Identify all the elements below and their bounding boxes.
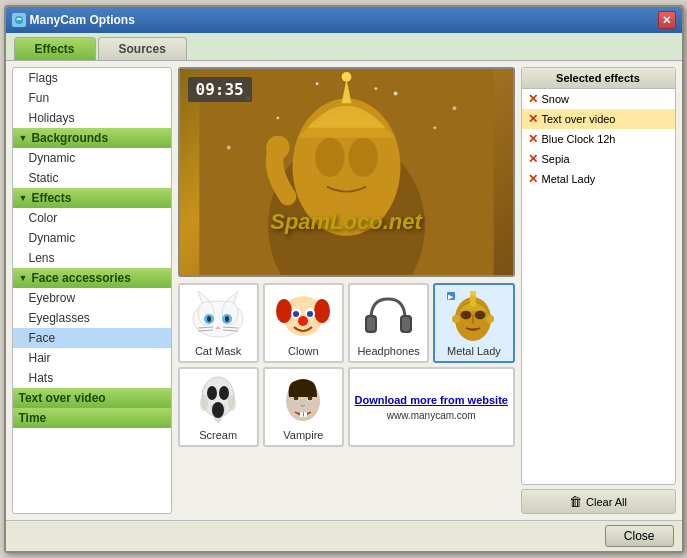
svg-point-56 xyxy=(212,402,224,418)
effect-remove-text_over_video[interactable]: ✕ xyxy=(528,112,538,126)
sidebar-item-static[interactable]: Static xyxy=(13,168,171,188)
effect-label-metal_lady: Metal Lady xyxy=(542,173,596,185)
left-panel: Flags Fun Holidays ▼ Backgrounds Dynamic… xyxy=(12,67,172,514)
scream-svg xyxy=(196,375,241,425)
grid-item-cat-mask[interactable]: Cat Mask xyxy=(178,283,259,363)
window-close-button[interactable]: ✕ xyxy=(658,11,676,29)
sidebar-item-eyebrow[interactable]: Eyebrow xyxy=(13,288,171,308)
svg-point-58 xyxy=(228,395,236,411)
clear-all-label: Clear All xyxy=(586,496,627,508)
sidebar-item-flags[interactable]: Flags xyxy=(13,68,171,88)
main-content: Flags Fun Holidays ▼ Backgrounds Dynamic… xyxy=(6,61,682,520)
svg-point-12 xyxy=(433,126,436,129)
scream-image xyxy=(183,372,253,427)
metal-lady-image: ▶ xyxy=(439,288,509,343)
arrow-icon-3: ▼ xyxy=(19,273,28,283)
sidebar-item-lens[interactable]: Lens xyxy=(13,248,171,268)
sidebar-section-face-accessories-label: Face accessories xyxy=(31,271,130,285)
svg-point-24 xyxy=(207,316,211,322)
selected-effects-box: Selected effects ✕Snow✕Text over video✕B… xyxy=(521,67,676,485)
svg-point-54 xyxy=(207,386,217,400)
face-accessories-grid: Cat Mask xyxy=(178,283,515,447)
svg-point-7 xyxy=(341,72,351,82)
svg-point-10 xyxy=(276,117,279,120)
scream-label: Scream xyxy=(197,429,239,441)
sidebar-item-eyeglasses[interactable]: Eyeglasses xyxy=(13,308,171,328)
download-link-label[interactable]: Download more from website xyxy=(355,394,508,406)
effect-item-sepia: ✕Sepia xyxy=(522,149,675,169)
sidebar-scroll[interactable]: Flags Fun Holidays ▼ Backgrounds Dynamic… xyxy=(13,68,171,513)
tab-sources[interactable]: Sources xyxy=(98,37,187,60)
svg-point-55 xyxy=(219,386,229,400)
effect-remove-snow[interactable]: ✕ xyxy=(528,92,538,106)
download-more-item[interactable]: Download more from website www.manycam.c… xyxy=(348,367,515,447)
titlebar: ManyCam Options ✕ xyxy=(6,7,682,33)
sidebar-section-time[interactable]: Time xyxy=(13,408,171,428)
headphones-image xyxy=(354,288,424,343)
svg-point-36 xyxy=(293,311,299,317)
svg-point-15 xyxy=(315,82,318,85)
svg-point-13 xyxy=(226,146,230,150)
grid-item-vampire[interactable]: Vampire xyxy=(263,367,344,447)
svg-point-38 xyxy=(298,316,308,326)
center-panel: 09:35 SpamLoco.net xyxy=(178,67,515,514)
svg-point-14 xyxy=(452,106,456,110)
effect-label-text_over_video: Text over video xyxy=(542,113,616,125)
effect-label-sepia: Sepia xyxy=(542,153,570,165)
svg-point-47 xyxy=(475,311,485,319)
arrow-icon-2: ▼ xyxy=(19,193,28,203)
trash-icon: 🗑 xyxy=(569,494,582,509)
titlebar-left: ManyCam Options xyxy=(12,13,135,27)
sidebar-section-effects-label: Effects xyxy=(31,191,71,205)
svg-point-33 xyxy=(314,299,330,323)
svg-point-46 xyxy=(461,311,471,319)
effect-label-snow: Snow xyxy=(542,93,570,105)
sidebar-section-tov-label: Text over video xyxy=(19,391,106,405)
effect-remove-blue_clock[interactable]: ✕ xyxy=(528,132,538,146)
svg-point-57 xyxy=(200,395,208,411)
sidebar-item-hats[interactable]: Hats xyxy=(13,368,171,388)
sidebar-section-face-accessories[interactable]: ▼ Face accessories xyxy=(13,268,171,288)
svg-marker-20 xyxy=(198,291,210,303)
effect-item-metal_lady: ✕Metal Lady xyxy=(522,169,675,189)
sidebar-item-face[interactable]: Face xyxy=(13,328,171,348)
svg-point-37 xyxy=(307,311,313,317)
tab-effects[interactable]: Effects xyxy=(14,37,96,60)
effect-item-snow: ✕Snow xyxy=(522,89,675,109)
sidebar-item-dynamic2[interactable]: Dynamic xyxy=(13,228,171,248)
vampire-svg xyxy=(281,375,326,425)
sidebar-section-text-over-video[interactable]: Text over video xyxy=(13,388,171,408)
sidebar-section-backgrounds[interactable]: ▼ Backgrounds xyxy=(13,128,171,148)
headphones-svg xyxy=(361,291,416,341)
sidebar-item-dynamic[interactable]: Dynamic xyxy=(13,148,171,168)
grid-item-scream[interactable]: Scream xyxy=(178,367,259,447)
sidebar-item-hair[interactable]: Hair xyxy=(13,348,171,368)
svg-point-5 xyxy=(348,138,377,177)
sidebar-item-color[interactable]: Color xyxy=(13,208,171,228)
clear-all-button[interactable]: 🗑 Clear All xyxy=(521,489,676,514)
svg-point-4 xyxy=(315,138,344,177)
svg-point-50 xyxy=(486,315,494,323)
svg-rect-42 xyxy=(402,317,410,331)
sidebar-item-fun[interactable]: Fun xyxy=(13,88,171,108)
preview-watermark: SpamLoco.net xyxy=(270,209,422,235)
effect-remove-sepia[interactable]: ✕ xyxy=(528,152,538,166)
preview-timestamp: 09:35 xyxy=(188,77,252,102)
sidebar-item-holidays[interactable]: Holidays xyxy=(13,108,171,128)
app-icon xyxy=(12,13,26,27)
bottom-bar: Close xyxy=(6,520,682,551)
svg-point-0 xyxy=(15,16,23,24)
svg-rect-41 xyxy=(367,317,375,331)
main-window: ManyCam Options ✕ Effects Sources Flags … xyxy=(4,5,684,553)
grid-item-clown[interactable]: Clown xyxy=(263,283,344,363)
grid-item-metal-lady[interactable]: ▶ Metal Lady xyxy=(433,283,514,363)
grid-item-headphones[interactable]: Headphones xyxy=(348,283,429,363)
sidebar-section-effects[interactable]: ▼ Effects xyxy=(13,188,171,208)
close-button[interactable]: Close xyxy=(605,525,674,547)
svg-point-32 xyxy=(276,299,292,323)
metal-lady-svg: ▶ xyxy=(446,291,501,341)
cat-mask-image xyxy=(183,288,253,343)
svg-rect-64 xyxy=(300,412,303,417)
effect-remove-metal_lady[interactable]: ✕ xyxy=(528,172,538,186)
effect-label-blue_clock: Blue Clock 12h xyxy=(542,133,616,145)
